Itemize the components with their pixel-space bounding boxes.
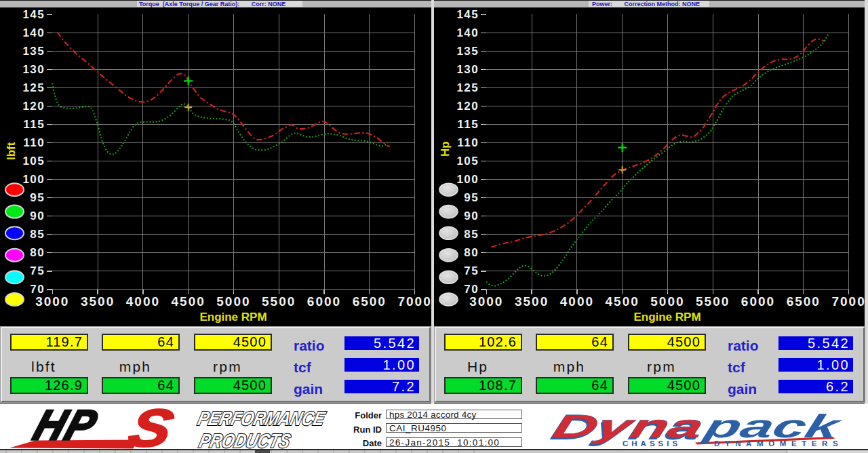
svg-text:5500: 5500 [262, 294, 296, 309]
svg-text:Engine RPM: Engine RPM [199, 311, 267, 323]
svg-text:4500: 4500 [172, 294, 205, 309]
svg-text:6500: 6500 [787, 294, 821, 309]
svg-text:Engine RPM: Engine RPM [633, 311, 701, 323]
svg-text:DYNAMOMETERS: DYNAMOMETERS [714, 439, 843, 448]
svg-text:7000: 7000 [831, 294, 865, 309]
svg-text:145: 145 [456, 8, 479, 21]
svg-text:PERFORMANCE: PERFORMANCE [195, 408, 328, 429]
svg-text:85: 85 [464, 228, 479, 241]
svg-text:85: 85 [30, 228, 45, 241]
svg-text:lbft: lbft [5, 142, 18, 160]
svg-text:80: 80 [30, 246, 45, 259]
svg-text:90: 90 [30, 210, 45, 222]
svg-text:100: 100 [456, 173, 479, 186]
svg-text:130: 130 [456, 63, 479, 76]
svg-text:95: 95 [30, 191, 45, 204]
svg-text:3000: 3000 [35, 294, 69, 309]
svg-text:3500: 3500 [515, 294, 549, 309]
svg-text:5500: 5500 [696, 294, 730, 309]
svg-text:80: 80 [464, 246, 479, 259]
svg-text:4000: 4000 [560, 294, 594, 309]
svg-text:6000: 6000 [741, 294, 775, 309]
svg-text:110: 110 [23, 136, 45, 149]
svg-text:120: 120 [22, 100, 45, 113]
svg-text:110: 110 [457, 136, 479, 149]
svg-text:5000: 5000 [650, 294, 684, 309]
svg-text:75: 75 [464, 264, 479, 277]
svg-text:4000: 4000 [126, 294, 160, 309]
svg-text:6500: 6500 [353, 294, 387, 309]
svg-text:95: 95 [464, 191, 479, 204]
svg-text:90: 90 [464, 210, 479, 222]
svg-text:PRODUCTS: PRODUCTS [197, 430, 292, 449]
svg-text:140: 140 [22, 26, 45, 39]
svg-text:4500: 4500 [606, 294, 639, 309]
svg-text:105: 105 [22, 155, 45, 168]
svg-text:3000: 3000 [469, 294, 503, 309]
svg-text:135: 135 [456, 45, 479, 58]
svg-text:100: 100 [22, 173, 45, 186]
svg-text:120: 120 [456, 100, 479, 113]
svg-text:130: 130 [22, 63, 45, 76]
svg-text:Hp: Hp [439, 141, 452, 157]
svg-text:3500: 3500 [81, 294, 115, 309]
svg-text:6000: 6000 [307, 294, 341, 309]
svg-text:115: 115 [457, 118, 479, 131]
svg-text:Dyna: Dyna [549, 408, 708, 444]
svg-text:125: 125 [22, 81, 45, 94]
svg-text:125: 125 [456, 81, 479, 94]
svg-text:S: S [123, 403, 179, 449]
svg-text:7000: 7000 [397, 294, 431, 309]
svg-text:140: 140 [456, 26, 479, 39]
svg-text:135: 135 [22, 45, 45, 58]
svg-text:CHASSIS: CHASSIS [623, 439, 681, 448]
svg-text:5000: 5000 [216, 294, 250, 309]
svg-text:145: 145 [22, 8, 45, 21]
svg-text:75: 75 [30, 264, 45, 277]
svg-text:115: 115 [23, 118, 45, 131]
svg-text:105: 105 [456, 155, 479, 168]
